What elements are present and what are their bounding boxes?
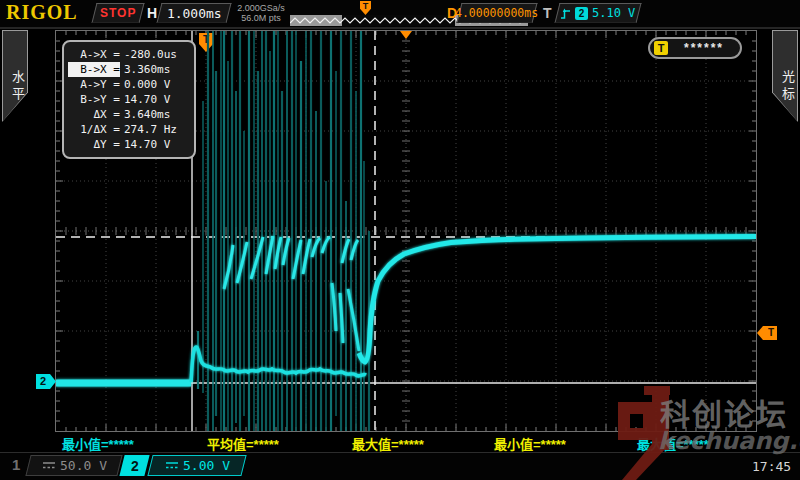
- channel-status-bar: 1 50.0 V 2 5.00 V 17:45: [0, 452, 800, 480]
- trigger-value-readout: T ******: [648, 37, 742, 59]
- measurement-avg: 平均值=*****: [207, 434, 279, 453]
- ch1-scale-value: 50.0 V: [60, 458, 107, 473]
- preview-trigger-marker-icon[interactable]: T: [360, 1, 371, 15]
- acquisition-info: 2.000GSa/s 56.0M pts: [232, 3, 290, 23]
- trigger-source-badge: 2: [575, 7, 588, 20]
- trigger-position-flag-icon[interactable]: T: [199, 33, 213, 52]
- sample-rate: 2.000GSa/s: [232, 3, 290, 13]
- trigger-level-value: 5.10 V: [592, 6, 635, 20]
- run-stop-status[interactable]: STOP: [92, 3, 145, 23]
- cursor-row-value: 3.640ms: [124, 107, 170, 122]
- tab-horizontal-menu[interactable]: 水平: [2, 30, 28, 122]
- stop-label: STOP: [100, 6, 136, 20]
- rigol-logo: RIGOL: [6, 1, 78, 24]
- ch2-scale-box[interactable]: 5.00 V: [147, 455, 246, 476]
- trigger-settings-box[interactable]: 2 5.10 V: [555, 3, 642, 23]
- ch2-ground-marker-icon[interactable]: 2: [36, 374, 56, 389]
- cursor-row-value: 274.7 Hz: [124, 122, 177, 137]
- delay-value: 4.00000000ms: [455, 6, 538, 20]
- trigger-slope-icon: [560, 7, 571, 20]
- ch2-number-badge[interactable]: 2: [119, 455, 149, 476]
- dc-coupling-icon: [165, 461, 179, 470]
- trigger-label: T: [543, 5, 552, 21]
- cursor-row-value: -280.0us: [124, 47, 177, 62]
- delay-center-marker-icon[interactable]: [400, 31, 412, 39]
- ch2-scale-value: 5.00 V: [183, 458, 230, 473]
- cursor-row-label: 1/ΔX =: [68, 122, 120, 137]
- cursor-row-label: A->Y =: [68, 77, 120, 92]
- cursor-row-label: B->Y =: [68, 92, 120, 107]
- dc-coupling-icon: [42, 461, 56, 470]
- tab-cursor-label: 光标: [773, 31, 797, 121]
- delay-box[interactable]: 4.00000000ms: [457, 3, 538, 23]
- cursor-row-label: B->X =: [68, 62, 120, 77]
- measurement-min-1: 最小值=*****: [62, 434, 134, 453]
- measurement-min-2: 最小值=*****: [494, 434, 566, 453]
- memory-depth: 56.0M pts: [232, 13, 290, 23]
- trigger-level-marker-icon[interactable]: T: [757, 326, 777, 340]
- clock: 17:45: [752, 459, 791, 474]
- cursor-row-value: 3.360ms: [124, 62, 170, 77]
- status-bar: RIGOL STOP H 1.000ms 2.000GSa/s 56.0M pt…: [0, 0, 800, 29]
- cursor-row-label: ΔY =: [68, 137, 120, 152]
- tab-cursor-menu[interactable]: 光标: [772, 30, 798, 122]
- tab-horizontal-label: 水平: [3, 31, 27, 121]
- t-badge-icon: T: [654, 41, 668, 55]
- timebase-value: 1.000ms: [167, 6, 222, 21]
- cursor-row-value: 0.000 V: [124, 77, 170, 92]
- horizontal-label: H: [147, 5, 157, 21]
- ch1-number: 1: [12, 456, 20, 473]
- timebase-box[interactable]: 1.000ms: [157, 3, 232, 23]
- cursor-row-value: 14.70 V: [124, 137, 170, 152]
- cursor-row-value: 14.70 V: [124, 92, 170, 107]
- oscilloscope-screen: RIGOL STOP H 1.000ms 2.000GSa/s 56.0M pt…: [0, 0, 800, 480]
- trigger-value-stars: ******: [668, 41, 740, 55]
- cursor-row-label: ΔX =: [68, 107, 120, 122]
- measurement-max-1: 最大值=*****: [352, 434, 424, 453]
- cursor-row-label: A->X =: [68, 47, 120, 62]
- ch1-scale-box[interactable]: 50.0 V: [25, 455, 122, 476]
- cursor-measurement-panel: A->X =-280.0us B->X =3.360ms A->Y =0.000…: [62, 40, 196, 159]
- ch2-number: 2: [131, 458, 139, 474]
- measurement-max-2: 最大值=*****: [637, 434, 709, 453]
